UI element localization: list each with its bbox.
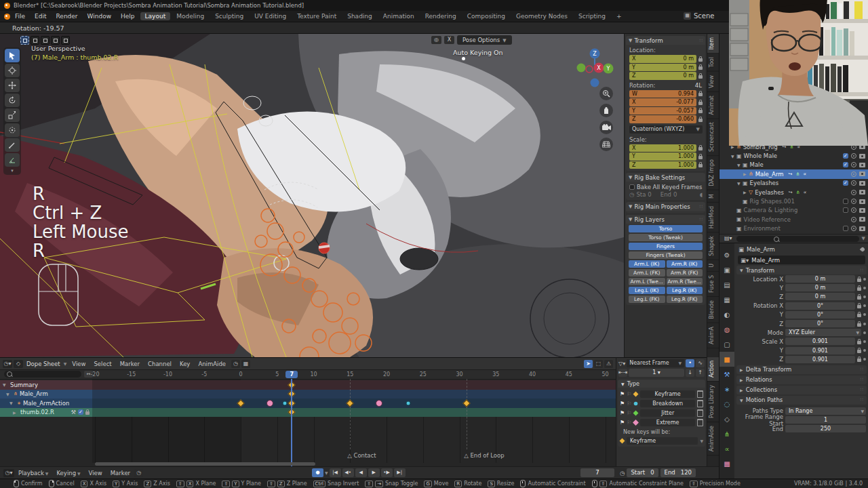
visibility-checkbox[interactable] bbox=[843, 226, 848, 231]
scene-selector[interactable]: ▦ Scene bbox=[684, 12, 715, 20]
sidebar-tab-blende[interactable]: Blende bbox=[707, 297, 719, 323]
dope-menu-select[interactable]: Select bbox=[90, 361, 115, 367]
workspace-tab-layout[interactable]: Layout bbox=[140, 12, 171, 20]
outliner-row-male-arm[interactable]: ▶⋔Male_Arm↪⋔∝ bbox=[719, 169, 868, 178]
animate-dot-icon[interactable] bbox=[863, 331, 866, 334]
camera-icon[interactable] bbox=[859, 208, 865, 213]
select-mode-intersect-button[interactable] bbox=[61, 36, 70, 45]
type-panel-header[interactable]: ▼ Type bbox=[618, 380, 705, 388]
object-properties-tab[interactable]: ■ bbox=[719, 352, 734, 367]
channel-summary[interactable]: ▼Summary bbox=[0, 380, 92, 390]
lock-icon[interactable] bbox=[857, 359, 861, 362]
breakdown-key[interactable] bbox=[282, 401, 287, 405]
menu-help[interactable]: Help bbox=[116, 13, 140, 20]
rig-main-header[interactable]: ▼Rig Main Properties∷ bbox=[626, 202, 705, 211]
rotate-tool-button[interactable] bbox=[5, 94, 20, 107]
flag-outline-icon[interactable]: ⚐ bbox=[627, 391, 631, 397]
rig-layer-arm-r-ik-[interactable]: Arm.R (IK) bbox=[667, 260, 703, 268]
section-collections[interactable]: ▶Collections∷ bbox=[736, 386, 867, 394]
lock-icon[interactable] bbox=[698, 164, 703, 167]
flag-outline-icon[interactable]: ⚐ bbox=[627, 410, 631, 416]
expand-caret-icon[interactable]: ▶ bbox=[13, 410, 18, 415]
animate-dot-icon[interactable] bbox=[863, 287, 866, 289]
world-properties-tab[interactable]: ◍ bbox=[719, 322, 734, 337]
outliner-search-input[interactable] bbox=[736, 236, 859, 242]
pin-icon[interactable] bbox=[860, 246, 865, 251]
lock-icon[interactable] bbox=[857, 323, 861, 327]
rig-layer-arm-l-ik-[interactable]: Arm.L (IK) bbox=[629, 260, 665, 268]
enabled-checkbox[interactable]: ✓ bbox=[78, 409, 83, 415]
physics-properties-tab[interactable]: ◌ bbox=[719, 396, 734, 411]
rig-bake-header[interactable]: ▼Rig Bake Settings bbox=[626, 173, 705, 182]
property-field-z[interactable]: 0° bbox=[785, 320, 855, 327]
sidebar-tab-u[interactable]: U bbox=[707, 260, 719, 272]
start-frame-field[interactable]: Start0 bbox=[627, 468, 658, 477]
prev-keyframe-button[interactable]: ◀• bbox=[342, 468, 354, 477]
dope-sheet-content[interactable]: ▼Summary▼⋔Male_Arm▼∗Male_ArmAction▶thumb… bbox=[0, 379, 616, 463]
property-field-y[interactable]: 0.901 bbox=[785, 347, 855, 354]
warning-icon[interactable]: ⚠ bbox=[604, 360, 613, 368]
workspace-tab-rendering[interactable]: Rendering bbox=[420, 12, 461, 20]
playback-menu-playback[interactable]: Playback ▼ bbox=[14, 470, 52, 476]
outliner-row-male[interactable]: ▼▣Male✓ bbox=[719, 161, 868, 169]
trash-icon[interactable] bbox=[697, 390, 703, 398]
channel-male-arm[interactable]: ▼⋔Male_Arm bbox=[0, 390, 92, 399]
scale-z-field[interactable]: Z1.000 bbox=[629, 161, 696, 169]
lock-icon[interactable] bbox=[857, 287, 861, 291]
dope-menu-view[interactable]: View bbox=[68, 361, 90, 367]
workspace-tab-scripting[interactable]: Scripting bbox=[574, 12, 610, 20]
lock-icon[interactable] bbox=[698, 110, 703, 113]
editor-type-dropdown[interactable]: ◷▾ bbox=[3, 360, 12, 368]
animate-dot-icon[interactable] bbox=[863, 304, 866, 307]
navigation-gizmo[interactable]: Z X Y bbox=[572, 45, 619, 92]
lock-icon[interactable] bbox=[698, 156, 703, 159]
material-properties-tab[interactable]: ▩ bbox=[719, 456, 734, 471]
dope-menu-channel[interactable]: Channel bbox=[144, 361, 176, 367]
camera-icon[interactable] bbox=[859, 181, 865, 186]
select-mode-invert-button[interactable] bbox=[51, 36, 60, 45]
eye-icon[interactable] bbox=[851, 217, 856, 222]
camera-icon[interactable] bbox=[859, 171, 865, 176]
outliner-row-video-reference[interactable]: ▣Video Reference bbox=[719, 215, 868, 224]
chevron-down-icon[interactable]: ▼ bbox=[325, 470, 328, 475]
animate-dot-icon[interactable] bbox=[863, 358, 866, 361]
select-cursor-toggle[interactable]: ➤ bbox=[584, 360, 593, 368]
filter-funnel-icon[interactable]: ▽▾ bbox=[618, 361, 625, 367]
bake-all-checkbox[interactable] bbox=[629, 184, 635, 190]
workspace-tab-modeling[interactable]: Modeling bbox=[172, 12, 209, 20]
expand-caret-icon[interactable]: ▶ bbox=[743, 190, 749, 195]
camera-icon[interactable] bbox=[859, 199, 865, 204]
zoom-icon[interactable] bbox=[599, 87, 613, 100]
output-properties-tab[interactable]: ▤ bbox=[719, 277, 734, 292]
workspace-tab--[interactable]: + bbox=[612, 12, 627, 20]
bone-properties-tab[interactable]: ∝ bbox=[719, 441, 734, 456]
keyframe-cycle-icon[interactable]: ◖ bbox=[700, 191, 703, 198]
camera-icon[interactable] bbox=[859, 190, 865, 195]
camera-icon[interactable] bbox=[859, 154, 865, 159]
eye-icon[interactable] bbox=[851, 226, 856, 231]
expand-caret-icon[interactable]: ▼ bbox=[731, 154, 736, 159]
animate-dot-icon[interactable] bbox=[863, 296, 866, 298]
workspace-tab-shading[interactable]: Shading bbox=[342, 12, 377, 20]
modifiers-properties-tab[interactable]: ⚒ bbox=[719, 367, 734, 382]
camera-icon[interactable] bbox=[859, 163, 865, 167]
rig-layer-arm-l-twe-[interactable]: Arm.L (Twe... bbox=[629, 278, 665, 286]
rotation-z-field[interactable]: Z-0.060 bbox=[629, 115, 696, 123]
lock-icon[interactable] bbox=[698, 102, 703, 105]
sidebar-tab-tool[interactable]: Tool bbox=[707, 54, 719, 72]
sidebar-tab-daz-impo[interactable]: DAZ Impo bbox=[707, 156, 719, 190]
prev-frame-button[interactable]: ◀ bbox=[355, 468, 367, 477]
dope-sheet-mode-icon[interactable]: ◇ bbox=[14, 360, 23, 368]
visibility-checkbox[interactable]: ✓ bbox=[843, 153, 848, 159]
lock-icon[interactable] bbox=[698, 147, 703, 150]
property-field-y[interactable]: 0 m bbox=[785, 284, 855, 291]
workspace-tab-animation[interactable]: Animation bbox=[378, 12, 419, 20]
timeline-editor-icon[interactable]: ◷▾ bbox=[3, 469, 14, 477]
property-field-scale-x[interactable]: 0.901 bbox=[785, 338, 855, 345]
outliner-row-eyelashes[interactable]: ▶▽Eyelashes↪⋔∝ bbox=[719, 188, 868, 197]
property-field-z[interactable]: 0 m bbox=[785, 293, 855, 300]
visibility-checkbox[interactable] bbox=[843, 207, 848, 213]
particles-properties-tab[interactable]: ∗ bbox=[719, 382, 734, 396]
measure-tool-button[interactable] bbox=[5, 153, 20, 167]
proportional-edit-icon[interactable]: ◎ bbox=[431, 36, 441, 44]
